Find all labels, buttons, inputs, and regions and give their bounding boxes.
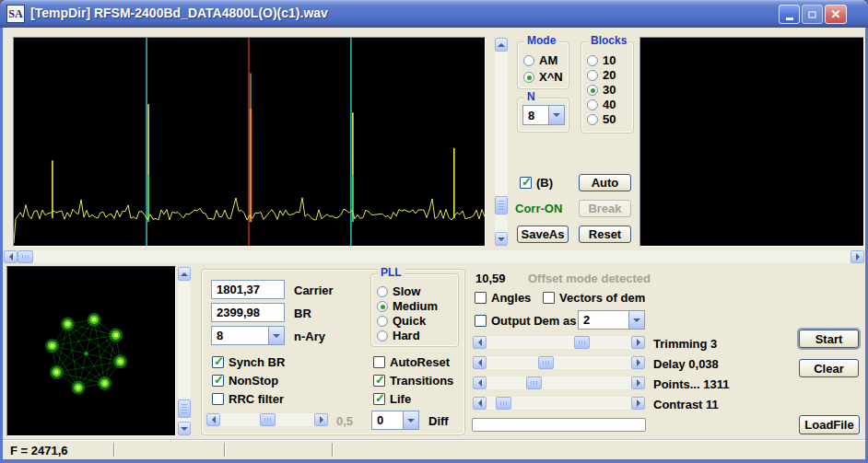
scroll-thumb[interactable] [495, 196, 508, 214]
spectrum-hscrollbar[interactable] [3, 249, 865, 264]
outputdem-checkbox[interactable]: Output Dem as [475, 314, 576, 328]
scroll-up-button[interactable] [495, 38, 508, 52]
scroll-right-button[interactable] [314, 413, 328, 426]
scroll-thumb[interactable] [526, 376, 542, 389]
radio-label: X^N [539, 70, 563, 84]
radio-xn[interactable]: X^N [523, 70, 563, 84]
scroll-left-button[interactable] [473, 397, 487, 410]
clear-button[interactable]: Clear [799, 359, 859, 377]
scroll-thumb[interactable] [260, 413, 276, 426]
nonstop-checkbox[interactable]: NonStop [212, 374, 278, 388]
constellation-vscrollbar[interactable] [177, 266, 192, 436]
radio-label: Slow [393, 284, 420, 298]
delay-slider[interactable] [472, 355, 646, 370]
combo-value: 0 [372, 413, 403, 427]
radio-am[interactable]: AM [523, 53, 557, 67]
scroll-down-button[interactable] [495, 232, 508, 246]
reset-button[interactable]: Reset [579, 226, 631, 243]
scroll-right-button[interactable] [850, 250, 864, 263]
combo-drop-button[interactable] [268, 327, 284, 344]
vectors-checkbox[interactable]: Vectors of dem [543, 291, 645, 305]
scroll-left-button[interactable] [473, 336, 487, 349]
scroll-left-button[interactable] [473, 356, 487, 369]
scroll-thumb[interactable] [574, 336, 590, 349]
constellation-canvas[interactable] [6, 266, 176, 436]
radio-blocks-40[interactable]: 40 [587, 98, 616, 111]
scroll-left-icon [475, 339, 482, 346]
scroll-track[interactable] [18, 250, 850, 263]
combo-drop-button[interactable] [548, 106, 564, 124]
scroll-right-button[interactable] [631, 336, 645, 349]
carrier-field[interactable]: 1801,37 [211, 280, 285, 299]
scroll-thumb[interactable] [496, 397, 511, 410]
window-title: [TempDir] RFSM-2400Bd_DATA4800L(O)(c1).w… [30, 6, 328, 20]
br-field[interactable]: 2399,98 [211, 303, 285, 322]
scroll-right-icon [637, 339, 644, 346]
scroll-track[interactable] [487, 356, 631, 369]
scroll-up-button[interactable] [178, 267, 191, 281]
life-checkbox[interactable]: Life [373, 392, 411, 406]
checkbox-icon [373, 375, 385, 387]
rrc-slider[interactable] [205, 412, 329, 427]
scroll-track[interactable] [220, 413, 314, 426]
saveas-button[interactable]: SaveAs [517, 226, 569, 243]
radio-blocks-20[interactable]: 20 [587, 68, 616, 82]
scroll-track[interactable] [495, 52, 508, 232]
blocks-group-title: Blocks [588, 35, 629, 47]
start-button[interactable]: Start [799, 330, 859, 348]
combo-drop-button[interactable] [628, 311, 644, 329]
n-combobox[interactable]: 8 [522, 105, 565, 125]
scroll-track[interactable] [487, 376, 631, 389]
nary-combobox[interactable]: 8 [211, 326, 285, 345]
scroll-track[interactable] [178, 281, 191, 422]
scroll-thumb[interactable] [178, 399, 191, 418]
scroll-thumb[interactable] [18, 250, 33, 263]
close-button[interactable]: ✕ [825, 5, 847, 24]
scroll-thumb[interactable] [538, 356, 554, 369]
app-window: SA [TempDir] RFSM-2400Bd_DATA4800L(O)(c1… [0, 0, 868, 463]
checkbox-label: NonStop [229, 374, 278, 388]
correlation-canvas[interactable] [639, 37, 864, 247]
scroll-track[interactable] [487, 397, 631, 410]
title-bar[interactable]: SA [TempDir] RFSM-2400Bd_DATA4800L(O)(c1… [0, 0, 868, 28]
loadfile-button[interactable]: LoadFile [799, 415, 860, 434]
minimize-button[interactable] [779, 5, 800, 24]
checkbox-label: RRC filter [229, 392, 284, 406]
scroll-left-button[interactable] [206, 413, 220, 426]
combo-drop-button[interactable] [403, 411, 418, 429]
b-checkbox[interactable]: (B) [520, 176, 553, 190]
outputdem-combobox[interactable]: 2 [578, 310, 645, 330]
trimming-slider[interactable] [472, 335, 646, 350]
scroll-down-button[interactable] [178, 422, 191, 435]
radio-pll-medium[interactable]: Medium [377, 299, 438, 313]
radio-pll-quick[interactable]: Quick [377, 314, 426, 328]
spectrum-canvas[interactable] [13, 37, 486, 247]
break-button: Break [579, 200, 631, 217]
scroll-right-icon [637, 379, 644, 387]
scroll-right-button[interactable] [631, 397, 645, 410]
radio-blocks-10[interactable]: 10 [587, 53, 616, 67]
synchbr-checkbox[interactable]: Synch BR [212, 355, 285, 369]
autoreset-checkbox[interactable]: AutoReset [373, 355, 450, 369]
rrcfilter-checkbox[interactable]: RRC filter [212, 392, 284, 406]
points-slider[interactable] [472, 376, 646, 390]
angles-checkbox[interactable]: Angles [475, 291, 531, 305]
trimming-label: Trimming 3 [653, 337, 717, 351]
diff-combobox[interactable]: 0 [371, 411, 419, 430]
scroll-left-button[interactable] [4, 250, 18, 263]
transitions-checkbox[interactable]: Transitions [373, 374, 453, 388]
contrast-slider[interactable] [472, 396, 646, 411]
checkbox-icon [475, 315, 487, 327]
scroll-right-button[interactable] [631, 376, 645, 389]
radio-label: Medium [393, 299, 438, 313]
auto-button[interactable]: Auto [579, 174, 631, 191]
radio-blocks-30[interactable]: 30 [587, 83, 616, 97]
radio-icon [377, 301, 388, 312]
radio-blocks-50[interactable]: 50 [587, 112, 616, 126]
scroll-track[interactable] [487, 336, 631, 349]
spectrum-vscrollbar[interactable] [494, 37, 509, 247]
radio-pll-slow[interactable]: Slow [377, 284, 420, 298]
scroll-right-button[interactable] [631, 356, 645, 369]
scroll-left-button[interactable] [473, 376, 487, 389]
radio-pll-hard[interactable]: Hard [377, 329, 420, 342]
